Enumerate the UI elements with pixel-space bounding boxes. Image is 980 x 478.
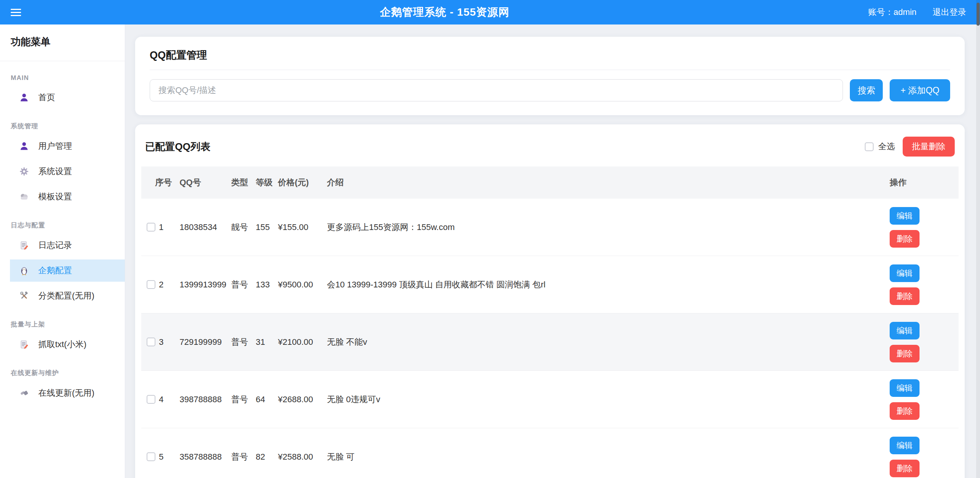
sidebar-group-label: MAIN (0, 74, 125, 82)
sidebar: 功能菜单 MAIN 首页 系统管理 用户管理 系统设置 (0, 24, 125, 478)
sidebar-group-batch: 批量与上架 抓取txt(小米) (0, 320, 125, 356)
sidebar-group-update: 在线更新与维护 在线更新(无用) (0, 369, 125, 404)
row-checkbox[interactable] (147, 223, 155, 232)
sidebar-item-penguin-config[interactable]: 企鹅配置 (10, 259, 125, 282)
cell-intro: 无脸 可 (327, 451, 890, 463)
add-qq-button[interactable]: + 添加QQ (890, 79, 950, 101)
edit-button[interactable]: 编辑 (890, 264, 920, 282)
sidebar-item-label: 模板设置 (38, 191, 72, 202)
delete-button[interactable]: 删除 (890, 345, 920, 362)
sidebar-item-settings[interactable]: 系统设置 (0, 160, 125, 183)
col-actions: 操作 (890, 177, 959, 188)
sidebar-item-online-update[interactable]: 在线更新(无用) (0, 382, 125, 404)
sidebar-divider (0, 61, 125, 61)
sidebar-item-home[interactable]: 首页 (0, 86, 125, 109)
row-checkbox[interactable] (147, 338, 155, 346)
sidebar-group-label: 批量与上架 (0, 320, 125, 329)
cell-type: 普号 (231, 394, 256, 405)
tools-icon (18, 290, 30, 301)
sidebar-item-label: 用户管理 (38, 140, 72, 152)
cell-price: ¥9500.00 (278, 280, 327, 290)
sidebar-item-users[interactable]: 用户管理 (0, 135, 125, 157)
search-row: 搜索 + 添加QQ (150, 79, 950, 101)
qq-table: 序号 QQ号 类型 等级 价格(元) 介绍 操作 1 18038534 靓号 1… (141, 166, 959, 478)
cell-level: 31 (256, 336, 278, 348)
scrollbar-track[interactable] (976, 0, 980, 478)
menu-icon[interactable] (11, 9, 21, 16)
account-label: 账号：admin (868, 7, 916, 18)
sidebar-item-label: 日志记录 (38, 240, 72, 251)
logout-button[interactable]: 退出登录 (933, 7, 966, 18)
col-intro: 介绍 (327, 177, 890, 188)
table-row: 5 358788888 普号 82 ¥2588.00 无脸 可 编辑 删除 (141, 428, 959, 478)
page-title: QQ配置管理 (150, 48, 950, 62)
table-row: 3 729199999 普号 31 ¥2100.00 无脸 不能v 编辑 删除 (141, 313, 959, 371)
search-button[interactable]: 搜索 (850, 79, 883, 101)
cell-price: ¥155.00 (278, 222, 327, 232)
edit-button[interactable]: 编辑 (890, 322, 920, 339)
gear-icon (18, 166, 30, 177)
col-index: 序号 (141, 177, 180, 188)
memo-icon (18, 339, 30, 350)
app-title: 企鹅管理系统 - 155资源网 (380, 5, 510, 20)
edit-button[interactable]: 编辑 (890, 207, 920, 225)
delete-button[interactable]: 删除 (890, 460, 920, 477)
row-checkbox[interactable] (147, 280, 155, 289)
delete-button[interactable]: 删除 (890, 230, 920, 248)
delete-button[interactable]: 删除 (890, 287, 920, 305)
edit-button[interactable]: 编辑 (890, 437, 920, 454)
cell-qq: 18038534 (180, 222, 231, 232)
row-checkbox[interactable] (147, 395, 155, 404)
row-checkbox[interactable] (147, 452, 155, 461)
select-all-checkbox[interactable] (865, 142, 874, 151)
sidebar-item-template[interactable]: 模板设置 (0, 186, 125, 208)
cell-price: ¥2688.00 (278, 395, 327, 405)
cell-level: 155 (256, 222, 278, 233)
sidebar-group-label: 系统管理 (0, 122, 125, 131)
cell-level: 64 (256, 394, 278, 405)
cell-type: 普号 (231, 451, 256, 463)
edit-button[interactable]: 编辑 (890, 379, 920, 397)
list-card: 已配置QQ列表 全选 批量删除 序号 QQ号 类型 等级 价格(元) 介绍 操作 (135, 124, 965, 478)
list-title: 已配置QQ列表 (145, 140, 210, 153)
cell-level: 82 (256, 451, 278, 463)
cell-intro: 无脸 不能v (327, 336, 890, 348)
cell-type: 靓号 (231, 222, 256, 233)
template-icon (18, 191, 30, 202)
select-all: 全选 (865, 141, 895, 152)
user-icon (18, 92, 30, 103)
sidebar-item-label: 分类配置(无用) (38, 290, 95, 302)
sidebar-item-category-config[interactable]: 分类配置(无用) (0, 285, 125, 307)
batch-delete-button[interactable]: 批量删除 (903, 137, 955, 157)
cell-price: ¥2588.00 (278, 452, 327, 462)
sidebar-item-label: 在线更新(无用) (38, 387, 95, 399)
sidebar-item-grab-txt[interactable]: 抓取txt(小米) (0, 333, 125, 356)
cell-level: 133 (256, 279, 278, 290)
sidebar-group-system: 系统管理 用户管理 系统设置 模板设置 (0, 122, 125, 208)
bolt-icon (18, 388, 30, 398)
memo-icon (18, 240, 30, 251)
sidebar-item-label: 企鹅配置 (38, 265, 72, 276)
cell-index: 4 (159, 395, 163, 405)
cell-intro: 无脸 0违规可v (327, 394, 890, 405)
topbar-right: 账号：admin 退出登录 (868, 7, 966, 18)
cell-qq: 729199999 (180, 337, 231, 347)
cell-intro: 会10 13999-13999 顶级真山 自用收藏都不错 圆润饱满 包rl (327, 279, 890, 290)
cell-index: 3 (159, 337, 163, 347)
col-price: 价格(元) (278, 177, 327, 188)
search-input[interactable] (150, 79, 843, 101)
cell-qq: 358788888 (180, 452, 231, 462)
cell-qq: 398788888 (180, 395, 231, 405)
sidebar-group-main: MAIN 首页 (0, 74, 125, 109)
table-header: 序号 QQ号 类型 等级 价格(元) 介绍 操作 (141, 166, 959, 199)
search-card: QQ配置管理 搜索 + 添加QQ (135, 37, 965, 115)
cell-index: 2 (159, 280, 163, 290)
col-level: 等级 (256, 177, 278, 188)
sidebar-group-label: 在线更新与维护 (0, 369, 125, 377)
sidebar-item-label: 首页 (38, 92, 55, 103)
scrollbar-thumb[interactable] (977, 3, 980, 26)
cell-type: 普号 (231, 279, 256, 290)
main-content: QQ配置管理 搜索 + 添加QQ 已配置QQ列表 全选 批量删除 序号 QQ号 … (125, 24, 980, 478)
sidebar-item-log-records[interactable]: 日志记录 (0, 234, 125, 256)
delete-button[interactable]: 删除 (890, 402, 920, 420)
